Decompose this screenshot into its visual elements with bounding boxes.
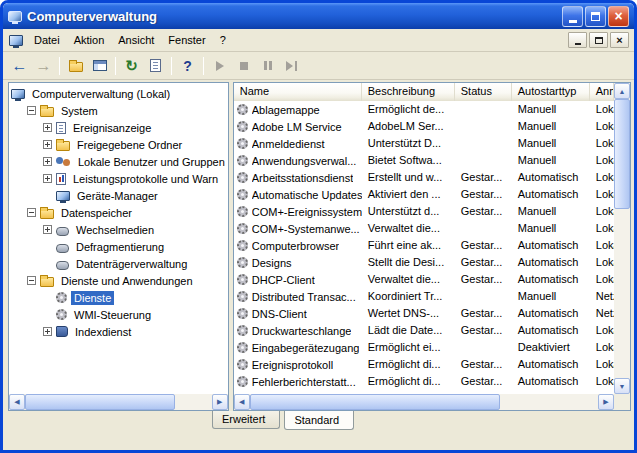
tree-item-indexdienst[interactable]: Indexdienst (9, 323, 228, 340)
tree-item-lokale-benutzer-und-gruppen[interactable]: Lokale Benutzer und Gruppen (9, 153, 228, 170)
menu-help[interactable]: ? (213, 30, 233, 50)
mdi-restore-button[interactable] (589, 32, 608, 48)
service-row[interactable]: Distributed Transac...Koordiniert Tr...M… (234, 288, 614, 305)
restart-service-button[interactable] (280, 55, 303, 77)
list-horizontal-scrollbar[interactable]: ◀ ▶ (234, 394, 614, 410)
tree-item-dienste-und-anwendungen[interactable]: Dienste und Anwendungen (9, 272, 228, 289)
service-logon-as: Netzwer (590, 288, 614, 305)
tree-expander[interactable] (43, 174, 52, 183)
scrollbar-corner (614, 394, 630, 410)
tab-erweitert[interactable]: Erweitert (212, 411, 280, 429)
service-row[interactable]: ArbeitsstationsdienstErstellt und w...Ge… (234, 169, 614, 186)
service-row[interactable]: EingabegerätezugangErmöglicht ei...Deakt… (234, 339, 614, 356)
scrollbar-thumb[interactable] (250, 394, 500, 410)
tree-item-label: System (58, 104, 101, 118)
scrollbar-track[interactable] (250, 394, 598, 410)
tree-expander[interactable] (27, 276, 36, 285)
tree-item-computerverwaltung-lokal[interactable]: Computerverwaltung (Lokal) (9, 85, 228, 102)
tab-standard[interactable]: Standard (284, 411, 354, 430)
service-row[interactable]: COM+-EreignissystemUnterstützt d...Gesta… (234, 203, 614, 220)
maximize-button[interactable] (585, 6, 606, 27)
up-folder-button[interactable] (64, 55, 87, 77)
tree-item-datentr-gerverwaltung[interactable]: Datenträgerverwaltung (9, 255, 228, 272)
tree-expander[interactable] (43, 225, 52, 234)
tree-item-defragmentierung[interactable]: Defragmentierung (9, 238, 228, 255)
column-header-name[interactable]: Name (234, 83, 362, 101)
service-row[interactable]: DNS-ClientWertet DNS-...Gestar...Automat… (234, 305, 614, 322)
tree-expander[interactable] (43, 327, 52, 336)
mdi-minimize-button[interactable] (568, 32, 587, 48)
tree-expander[interactable] (43, 123, 52, 132)
column-header-description[interactable]: Beschreibung (362, 83, 455, 101)
scroll-up-button[interactable]: ▲ (614, 83, 630, 99)
tree-item-ereignisanzeige[interactable]: Ereignisanzeige (9, 119, 228, 136)
mdi-close-button[interactable]: × (610, 32, 629, 48)
list-vertical-scrollbar[interactable]: ▲ ▼ (614, 83, 630, 410)
scroll-left-button[interactable]: ◀ (234, 394, 250, 410)
forward-button[interactable] (32, 55, 55, 77)
tree-item-label: Computerverwaltung (Lokal) (29, 87, 173, 101)
service-row[interactable]: DHCP-ClientVerwaltet die...Gestar...Auto… (234, 271, 614, 288)
service-row[interactable]: AblagemappeErmöglicht de...ManuellLokale… (234, 101, 614, 118)
tree-item-freigegebene-ordner[interactable]: Freigegebene Ordner (9, 136, 228, 153)
scrollbar-track[interactable] (614, 99, 630, 378)
close-button[interactable]: × (608, 6, 629, 27)
shared-folder-icon (56, 141, 70, 151)
back-button[interactable] (8, 55, 31, 77)
column-header-logon-as[interactable]: Anmelde (590, 83, 614, 101)
service-row[interactable]: EreignisprotokollErmöglicht di...Gestar.… (234, 356, 614, 373)
tree-item-datenspeicher[interactable]: Datenspeicher (9, 204, 228, 221)
help-button[interactable] (176, 55, 199, 77)
tree-item-system[interactable]: System (9, 102, 228, 119)
service-logon-as: Lokales (590, 237, 614, 254)
service-status: Gestar... (455, 203, 512, 220)
tree-item-dienste[interactable]: Dienste (9, 289, 228, 306)
tree-item-wmi-steuerung[interactable]: WMI-Steuerung (9, 306, 228, 323)
scroll-down-button[interactable]: ▼ (614, 378, 630, 394)
service-name: Distributed Transac... (252, 291, 356, 303)
tree-expander[interactable] (27, 208, 36, 217)
scroll-right-button[interactable]: ▶ (598, 394, 614, 410)
service-row[interactable]: COM+-Systemanwe...Verwaltet die...Manuel… (234, 220, 614, 237)
tree-expander[interactable] (43, 140, 52, 149)
column-header-startup-type[interactable]: Autostarttyp (512, 83, 590, 101)
scrollbar-thumb[interactable] (614, 99, 630, 209)
service-row[interactable]: Fehlerberichterstatt...Ermöglicht di...G… (234, 373, 614, 390)
scroll-left-button[interactable]: ◀ (9, 394, 25, 410)
service-row[interactable]: DesignsStellt die Desi...Gestar...Automa… (234, 254, 614, 271)
service-row[interactable]: Automatische UpdatesAktiviert den ...Ges… (234, 186, 614, 203)
service-row[interactable]: Adobe LM ServiceAdobeLM Ser...ManuellLok… (234, 118, 614, 135)
scroll-right-button[interactable]: ▶ (212, 394, 228, 410)
menu-aktion[interactable]: Aktion (67, 30, 112, 50)
service-row[interactable]: DruckwarteschlangeLädt die Date...Gestar… (234, 322, 614, 339)
service-row[interactable]: ComputerbrowserFührt eine ak...Gestar...… (234, 237, 614, 254)
tree-item-leistungsprotokolle-und-warn[interactable]: Leistungsprotokolle und Warn (9, 170, 228, 187)
tree-expander[interactable] (43, 157, 52, 166)
service-description: Stellt die Desi... (362, 254, 455, 271)
minimize-button[interactable] (562, 6, 583, 27)
menu-ansicht[interactable]: Ansicht (111, 30, 161, 50)
tree-item-ger-te-manager[interactable]: Geräte-Manager (9, 187, 228, 204)
tree-item-wechselmedien[interactable]: Wechselmedien (9, 221, 228, 238)
service-gear-icon (237, 325, 248, 336)
menu-fenster[interactable]: Fenster (161, 30, 212, 50)
tree-expander[interactable] (27, 106, 36, 115)
service-description: Wertet DNS-... (362, 305, 455, 322)
start-service-button[interactable] (208, 55, 231, 77)
column-header-status[interactable]: Status (455, 83, 512, 101)
titlebar[interactable]: Computerverwaltung × (3, 3, 634, 29)
stop-service-button[interactable] (232, 55, 255, 77)
tree-item-label: Freigegebene Ordner (74, 138, 185, 152)
tree-horizontal-scrollbar[interactable]: ◀ ▶ (9, 394, 228, 410)
service-description: Unterstützt d... (362, 203, 455, 220)
service-row[interactable]: AnmeldedienstUnterstützt D...ManuellLoka… (234, 135, 614, 152)
show-tree-button[interactable] (88, 55, 111, 77)
menu-datei[interactable]: Datei (27, 30, 67, 50)
scrollbar-track[interactable] (25, 394, 212, 410)
refresh-button[interactable] (120, 55, 143, 77)
export-list-button[interactable] (144, 55, 167, 77)
tree-item-label: Datenträgerverwaltung (73, 257, 190, 271)
pause-service-button[interactable] (256, 55, 279, 77)
service-row[interactable]: Anwendungsverwal...Bietet Softwa...Manue… (234, 152, 614, 169)
scrollbar-thumb[interactable] (25, 394, 175, 410)
